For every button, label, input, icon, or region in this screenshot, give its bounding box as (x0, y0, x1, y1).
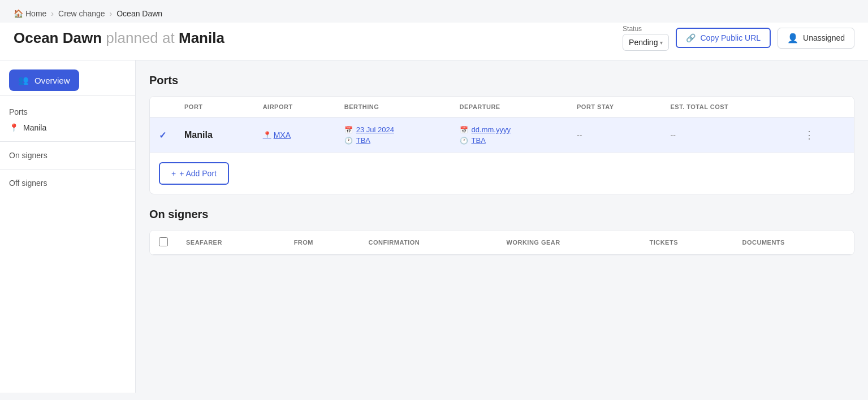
sidebar-item-off-signers[interactable]: Off signers (0, 174, 135, 192)
th-berthing: Berthing (335, 97, 451, 118)
add-port-button[interactable]: + + Add Port (159, 162, 229, 185)
breadcrumb-sep-1: › (51, 9, 54, 18)
calendar-icon: 📅 (344, 126, 353, 134)
status-block: Status Pending ▾ (623, 25, 669, 51)
departure-date-link[interactable]: dd.mm.yyyy (472, 125, 511, 134)
th-working-gear: Working Gear (498, 231, 641, 255)
page-header: Ocean Dawn planned at Manila Status Pend… (0, 23, 868, 60)
header-right: Status Pending ▾ 🔗 Copy Public URL 👤 Una… (623, 25, 854, 51)
berthing-date-row: 📅 23 Jul 2024 (344, 125, 442, 134)
breadcrumb-home: 🏠 Home (14, 9, 46, 18)
airport-link[interactable]: 📍 MXA (263, 131, 326, 140)
chevron-down-icon: ▾ (660, 40, 663, 46)
berthing-cell: 📅 23 Jul 2024 🕐 TBA (335, 118, 451, 153)
clock-icon-dep: 🕐 (460, 137, 468, 145)
signers-table-head: Seafarer From Confirmation Working Gear … (150, 231, 854, 255)
user-circle-icon: 👤 (787, 33, 798, 44)
select-all-checkbox[interactable] (159, 237, 168, 246)
copy-url-label: Copy Public URL (700, 33, 761, 42)
signers-table: Seafarer From Confirmation Working Gear … (150, 231, 854, 255)
more-options-button[interactable]: ⋮ (800, 127, 819, 144)
copy-public-url-button[interactable]: 🔗 Copy Public URL (676, 28, 771, 48)
berthing-time-link[interactable]: TBA (356, 136, 370, 145)
th-seafarer: Seafarer (177, 231, 285, 255)
location-pin-icon: 📍 (263, 131, 271, 139)
th-port-stay: Port Stay (568, 97, 662, 118)
calendar-icon-dep: 📅 (460, 126, 468, 134)
unassigned-button[interactable]: 👤 Unassigned (778, 28, 854, 49)
row-actions-cell: ⋮ (791, 118, 854, 153)
port-check-col: ✓ (150, 118, 175, 153)
location-icon: 📍 (9, 123, 19, 132)
breadcrumb-sep-2: › (110, 9, 113, 18)
breadcrumb-vessel: Ocean Dawn (116, 9, 162, 18)
ports-section-title: Ports (149, 74, 854, 87)
clock-icon-berthing: 🕐 (344, 137, 353, 145)
th-actions (791, 97, 854, 118)
berthing-time-row: 🕐 TBA (344, 136, 442, 145)
th-departure: Departure (451, 97, 568, 118)
main-content: Ports Port Airport Berthing Departure Po… (136, 60, 868, 393)
th-documents: Documents (733, 231, 854, 255)
vessel-name: Ocean Dawn (14, 29, 102, 46)
header-port-name: Manila (179, 29, 224, 46)
th-confirmation: Confirmation (360, 231, 498, 255)
add-port-label: + Add Port (179, 169, 217, 178)
layout: 👥 Overview Ports 📍 Manila On signers Off… (0, 60, 868, 393)
breadcrumb-crew-change-link[interactable]: Crew change (58, 9, 105, 18)
th-airport: Airport (254, 97, 335, 118)
link-icon: 🔗 (686, 33, 696, 42)
ports-table-body: ✓ Manila 📍 MXA 📅 (150, 118, 854, 153)
on-signers-card: Seafarer From Confirmation Working Gear … (149, 230, 854, 255)
sidebar-divider-2 (0, 141, 135, 142)
departure-time-row: 🕐 TBA (460, 136, 559, 145)
home-icon: 🏠 (14, 9, 23, 18)
departure-datetime: 📅 dd.mm.yyyy 🕐 TBA (460, 125, 559, 145)
overview-label: Overview (34, 76, 70, 85)
departure-time-link[interactable]: TBA (472, 136, 486, 145)
people-icon: 👥 (18, 75, 29, 85)
sidebar-divider-1 (0, 95, 135, 96)
departure-date-row: 📅 dd.mm.yyyy (460, 125, 559, 134)
sidebar-item-manila[interactable]: 📍 Manila (0, 119, 135, 137)
port-stay-cell: -- (568, 118, 662, 153)
plus-icon: + (171, 169, 176, 178)
table-row: ✓ Manila 📍 MXA 📅 (150, 118, 854, 153)
ports-table: Port Airport Berthing Departure Port Sta… (150, 97, 854, 153)
page-title: Ocean Dawn planned at Manila (14, 29, 224, 47)
th-est-total-cost: Est. Total Cost (661, 97, 791, 118)
status-dropdown[interactable]: Pending ▾ (623, 34, 669, 51)
sidebar: 👥 Overview Ports 📍 Manila On signers Off… (0, 60, 136, 393)
th-select-all (150, 231, 177, 255)
checkmark-icon: ✓ (159, 131, 166, 140)
ports-table-head: Port Airport Berthing Departure Port Sta… (150, 97, 854, 118)
unassigned-label: Unassigned (803, 33, 845, 42)
berthing-date-link[interactable]: 23 Jul 2024 (356, 125, 394, 134)
planned-text: planned at (106, 29, 179, 46)
status-value: Pending (629, 38, 658, 47)
th-tickets: Tickets (640, 231, 733, 255)
sidebar-divider-3 (0, 169, 135, 169)
breadcrumb-home-link[interactable]: Home (25, 9, 46, 18)
signers-header-row: Seafarer From Confirmation Working Gear … (150, 231, 854, 255)
est-total-cost-cell: -- (661, 118, 791, 153)
th-port: Port (175, 97, 254, 118)
breadcrumb: 🏠 Home › Crew change › Ocean Dawn (0, 0, 868, 23)
manila-label: Manila (23, 123, 46, 132)
ports-card: Port Airport Berthing Departure Port Sta… (149, 96, 854, 194)
berthing-datetime: 📅 23 Jul 2024 🕐 TBA (344, 125, 442, 145)
airport-cell: 📍 MXA (254, 118, 335, 153)
on-signers-section-title: On signers (149, 208, 854, 221)
airport-code: MXA (274, 131, 291, 140)
th-check (150, 97, 175, 118)
th-from: From (285, 231, 360, 255)
ports-section-label: Ports (0, 101, 135, 119)
overview-button[interactable]: 👥 Overview (9, 69, 79, 91)
status-label: Status (623, 25, 642, 33)
port-name-cell: Manila (175, 118, 254, 153)
ports-table-header-row: Port Airport Berthing Departure Port Sta… (150, 97, 854, 118)
sidebar-item-on-signers[interactable]: On signers (0, 146, 135, 164)
departure-cell: 📅 dd.mm.yyyy 🕐 TBA (451, 118, 568, 153)
